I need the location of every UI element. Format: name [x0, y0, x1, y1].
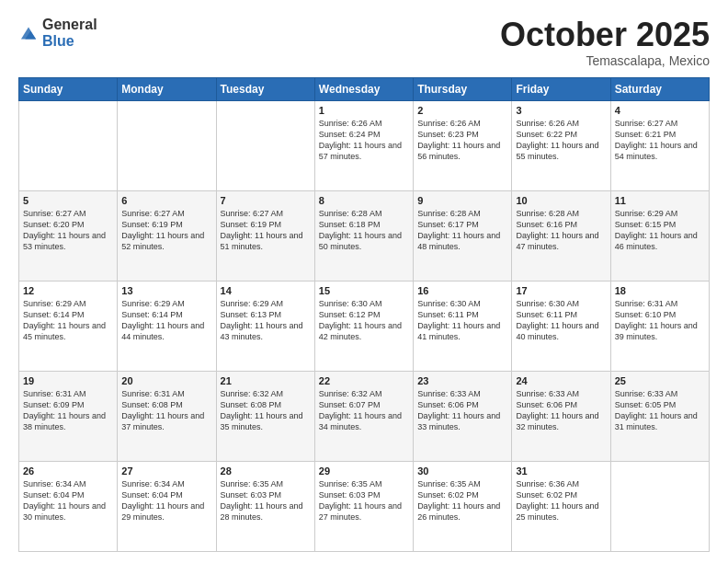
day-number: 26 [23, 465, 113, 477]
day-number: 12 [23, 285, 113, 296]
day-number: 27 [121, 465, 211, 477]
cell-w1-d5: 3Sunrise: 6:26 AMSunset: 6:22 PMDaylight… [512, 100, 610, 190]
col-sunday: Sunday [19, 77, 118, 100]
cell-info: Sunrise: 6:29 AMSunset: 6:14 PMDaylight:… [121, 298, 211, 343]
cell-info: Sunrise: 6:34 AMSunset: 6:04 PMDaylight:… [23, 478, 113, 523]
week-row-2: 5Sunrise: 6:27 AMSunset: 6:20 PMDaylight… [19, 190, 710, 281]
cell-info: Sunrise: 6:28 AMSunset: 6:16 PMDaylight:… [516, 208, 606, 253]
cell-info: Sunrise: 6:26 AMSunset: 6:24 PMDaylight:… [319, 118, 409, 163]
cell-w3-d2: 14Sunrise: 6:29 AMSunset: 6:13 PMDayligh… [216, 281, 314, 371]
cell-w1-d1 [118, 100, 216, 190]
day-number: 8 [319, 195, 409, 206]
day-number: 30 [417, 465, 507, 477]
cell-w2-d3: 8Sunrise: 6:28 AMSunset: 6:18 PMDaylight… [314, 190, 413, 281]
cell-info: Sunrise: 6:35 AMSunset: 6:03 PMDaylight:… [221, 478, 311, 523]
day-number: 25 [615, 375, 705, 386]
cell-info: Sunrise: 6:27 AMSunset: 6:21 PMDaylight:… [615, 118, 705, 163]
month-title: October 2025 [500, 17, 710, 53]
cell-info: Sunrise: 6:27 AMSunset: 6:20 PMDaylight:… [23, 208, 113, 253]
day-number: 23 [417, 375, 507, 386]
cell-w5-d4: 30Sunrise: 6:35 AMSunset: 6:02 PMDayligh… [414, 461, 512, 551]
cell-w5-d0: 26Sunrise: 6:34 AMSunset: 6:04 PMDayligh… [19, 461, 118, 551]
logo-icon [18, 23, 39, 43]
day-number: 15 [319, 285, 409, 296]
day-number: 7 [221, 195, 311, 206]
cell-info: Sunrise: 6:30 AMSunset: 6:12 PMDaylight:… [319, 298, 409, 343]
cell-w1-d6: 4Sunrise: 6:27 AMSunset: 6:21 PMDaylight… [610, 100, 709, 190]
cell-w3-d3: 15Sunrise: 6:30 AMSunset: 6:12 PMDayligh… [314, 281, 413, 371]
cell-w2-d1: 6Sunrise: 6:27 AMSunset: 6:19 PMDaylight… [118, 190, 216, 281]
cell-info: Sunrise: 6:36 AMSunset: 6:02 PMDaylight:… [516, 478, 606, 523]
cell-w1-d3: 1Sunrise: 6:26 AMSunset: 6:24 PMDaylight… [314, 100, 413, 190]
day-number: 28 [221, 465, 311, 477]
col-wednesday: Wednesday [314, 77, 413, 100]
cell-info: Sunrise: 6:32 AMSunset: 6:08 PMDaylight:… [221, 388, 311, 433]
cell-w3-d4: 16Sunrise: 6:30 AMSunset: 6:11 PMDayligh… [414, 281, 512, 371]
cell-info: Sunrise: 6:27 AMSunset: 6:19 PMDaylight:… [121, 208, 211, 253]
title-block: October 2025 Temascalapa, Mexico [500, 17, 710, 68]
cell-w4-d5: 24Sunrise: 6:33 AMSunset: 6:06 PMDayligh… [512, 371, 610, 461]
cell-info: Sunrise: 6:33 AMSunset: 6:05 PMDaylight:… [615, 388, 705, 433]
day-number: 19 [23, 375, 113, 386]
cell-w5-d5: 31Sunrise: 6:36 AMSunset: 6:02 PMDayligh… [512, 461, 610, 551]
day-number: 6 [121, 195, 211, 206]
cell-w2-d2: 7Sunrise: 6:27 AMSunset: 6:19 PMDaylight… [216, 190, 314, 281]
cell-info: Sunrise: 6:31 AMSunset: 6:09 PMDaylight:… [23, 388, 113, 433]
logo-general-text: General [42, 17, 97, 33]
cell-w4-d4: 23Sunrise: 6:33 AMSunset: 6:06 PMDayligh… [414, 371, 512, 461]
day-number: 24 [516, 375, 606, 386]
calendar-header-row: Sunday Monday Tuesday Wednesday Thursday… [19, 77, 710, 100]
day-number: 18 [615, 285, 705, 296]
cell-info: Sunrise: 6:29 AMSunset: 6:15 PMDaylight:… [615, 208, 705, 253]
cell-info: Sunrise: 6:31 AMSunset: 6:10 PMDaylight:… [615, 298, 705, 343]
cell-info: Sunrise: 6:26 AMSunset: 6:22 PMDaylight:… [516, 118, 606, 163]
cell-w1-d0 [19, 100, 118, 190]
cell-w5-d2: 28Sunrise: 6:35 AMSunset: 6:03 PMDayligh… [216, 461, 314, 551]
cell-w5-d3: 29Sunrise: 6:35 AMSunset: 6:03 PMDayligh… [314, 461, 413, 551]
location-subtitle: Temascalapa, Mexico [500, 53, 710, 68]
week-row-4: 19Sunrise: 6:31 AMSunset: 6:09 PMDayligh… [19, 371, 710, 461]
col-friday: Friday [512, 77, 610, 100]
cell-info: Sunrise: 6:30 AMSunset: 6:11 PMDaylight:… [516, 298, 606, 343]
cell-w4-d3: 22Sunrise: 6:32 AMSunset: 6:07 PMDayligh… [314, 371, 413, 461]
cell-info: Sunrise: 6:32 AMSunset: 6:07 PMDaylight:… [319, 388, 409, 433]
day-number: 31 [516, 465, 606, 477]
col-thursday: Thursday [414, 77, 512, 100]
day-number: 2 [417, 105, 507, 116]
cell-w4-d1: 20Sunrise: 6:31 AMSunset: 6:08 PMDayligh… [118, 371, 216, 461]
cell-w3-d6: 18Sunrise: 6:31 AMSunset: 6:10 PMDayligh… [610, 281, 709, 371]
cell-info: Sunrise: 6:26 AMSunset: 6:23 PMDaylight:… [417, 118, 507, 163]
cell-w3-d5: 17Sunrise: 6:30 AMSunset: 6:11 PMDayligh… [512, 281, 610, 371]
cell-w2-d0: 5Sunrise: 6:27 AMSunset: 6:20 PMDaylight… [19, 190, 118, 281]
cell-info: Sunrise: 6:31 AMSunset: 6:08 PMDaylight:… [121, 388, 211, 433]
logo-text: General Blue [42, 17, 97, 49]
day-number: 16 [417, 285, 507, 296]
cell-info: Sunrise: 6:27 AMSunset: 6:19 PMDaylight:… [221, 208, 311, 253]
day-number: 11 [615, 195, 705, 206]
day-number: 4 [615, 105, 705, 116]
day-number: 14 [221, 285, 311, 296]
cell-info: Sunrise: 6:35 AMSunset: 6:03 PMDaylight:… [319, 478, 409, 523]
cell-w3-d1: 13Sunrise: 6:29 AMSunset: 6:14 PMDayligh… [118, 281, 216, 371]
cell-w5-d1: 27Sunrise: 6:34 AMSunset: 6:04 PMDayligh… [118, 461, 216, 551]
cell-info: Sunrise: 6:29 AMSunset: 6:13 PMDaylight:… [221, 298, 311, 343]
day-number: 3 [516, 105, 606, 116]
cell-info: Sunrise: 6:29 AMSunset: 6:14 PMDaylight:… [23, 298, 113, 343]
cell-info: Sunrise: 6:33 AMSunset: 6:06 PMDaylight:… [516, 388, 606, 433]
logo: General Blue [18, 17, 97, 49]
logo-blue-text: Blue [42, 33, 97, 50]
cell-w1-d4: 2Sunrise: 6:26 AMSunset: 6:23 PMDaylight… [414, 100, 512, 190]
cell-info: Sunrise: 6:34 AMSunset: 6:04 PMDaylight:… [121, 478, 211, 523]
cell-w2-d5: 10Sunrise: 6:28 AMSunset: 6:16 PMDayligh… [512, 190, 610, 281]
cell-info: Sunrise: 6:30 AMSunset: 6:11 PMDaylight:… [417, 298, 507, 343]
calendar-table: Sunday Monday Tuesday Wednesday Thursday… [18, 77, 710, 552]
day-number: 10 [516, 195, 606, 206]
cell-w3-d0: 12Sunrise: 6:29 AMSunset: 6:14 PMDayligh… [19, 281, 118, 371]
day-number: 5 [23, 195, 113, 206]
day-number: 9 [417, 195, 507, 206]
page: General Blue October 2025 Temascalapa, M… [0, 0, 728, 563]
cell-w1-d2 [216, 100, 314, 190]
col-tuesday: Tuesday [216, 77, 314, 100]
cell-w5-d6 [610, 461, 709, 551]
day-number: 20 [121, 375, 211, 386]
